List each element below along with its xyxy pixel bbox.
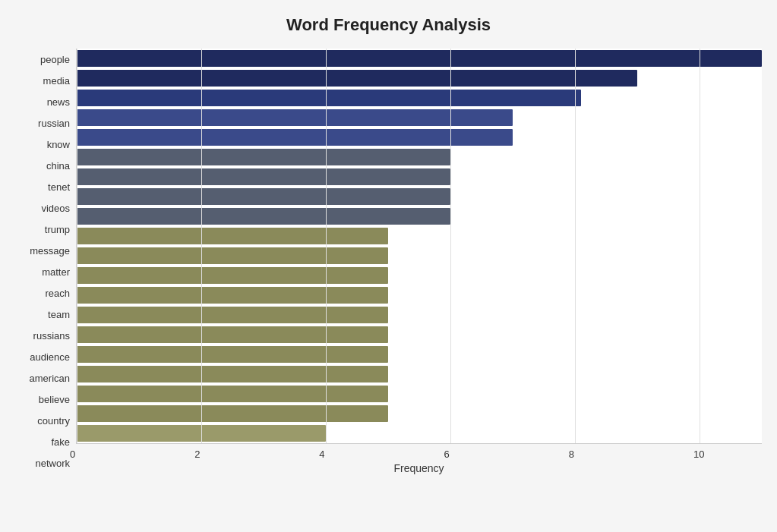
y-label: reach: [45, 284, 70, 304]
y-label: audience: [30, 348, 70, 367]
chart-container: Word Frequency Analysis peoplemedianewsr…: [0, 0, 777, 532]
y-label: people: [40, 49, 70, 69]
y-label: tenet: [48, 177, 70, 197]
bar-row: [77, 147, 762, 167]
bar-row: [77, 108, 762, 127]
bar: [77, 346, 388, 363]
bar-row: [77, 226, 762, 246]
bar: [77, 247, 388, 264]
chart-title: Word Frequency Analysis: [15, 15, 762, 35]
bar: [77, 50, 762, 67]
plot-area: 0246810 Frequency: [76, 49, 762, 474]
bar: [77, 366, 388, 382]
bar: [77, 287, 388, 304]
bar-row: [77, 384, 762, 404]
bars-container: [76, 49, 762, 444]
y-label: matter: [42, 262, 70, 282]
bar-row: [77, 88, 762, 108]
y-label: american: [30, 369, 70, 389]
bar-row: [77, 404, 762, 423]
y-label: country: [37, 411, 70, 431]
bar: [77, 405, 388, 422]
bar-row: [77, 206, 762, 226]
bar: [77, 326, 388, 343]
y-label: trump: [45, 219, 70, 239]
bar-row: [77, 305, 762, 325]
bar: [77, 267, 388, 284]
x-tick: 0: [70, 449, 75, 460]
bar: [77, 228, 388, 244]
y-label: team: [48, 305, 70, 325]
y-label: message: [30, 241, 70, 260]
x-tick: 4: [319, 449, 324, 460]
bar-row: [77, 127, 762, 147]
bar-row: [77, 364, 762, 384]
y-label: russian: [38, 113, 70, 133]
y-label: fake: [51, 433, 70, 452]
bar: [77, 109, 513, 126]
bar: [77, 70, 637, 87]
bar-row: [77, 325, 762, 345]
chart-body: peoplemedianewsrussianknowchinatenetvide…: [15, 49, 762, 474]
bar: [77, 386, 388, 402]
bar-row: [77, 49, 762, 68]
bar-row: [77, 285, 762, 305]
bar: [77, 208, 450, 225]
x-tick: 6: [444, 449, 450, 460]
bar-row: [77, 246, 762, 266]
bar-row: [77, 345, 762, 364]
bar-row: [77, 266, 762, 285]
x-tick: 10: [693, 449, 704, 460]
bar: [77, 188, 450, 205]
y-label: know: [47, 134, 70, 154]
x-axis: 0246810: [76, 447, 762, 458]
bar: [77, 168, 450, 185]
bar-row: [77, 187, 762, 206]
y-label: news: [47, 92, 70, 112]
x-tick: 8: [569, 449, 574, 460]
y-label: believe: [39, 390, 70, 410]
bar-row: [77, 68, 762, 88]
bar: [77, 149, 450, 165]
bar-row: [77, 423, 762, 443]
bar: [77, 307, 388, 323]
y-label: china: [46, 156, 70, 175]
bar: [77, 129, 513, 146]
bar: [77, 90, 581, 106]
y-label: videos: [41, 198, 70, 218]
y-label: network: [35, 454, 70, 474]
y-label: media: [43, 71, 70, 90]
bar-row: [77, 167, 762, 187]
bar: [77, 425, 326, 442]
x-tick: 2: [194, 449, 200, 460]
y-label: russians: [33, 326, 70, 346]
y-axis: peoplemedianewsrussianknowchinatenetvide…: [15, 49, 76, 474]
x-axis-label: Frequency: [76, 462, 762, 474]
